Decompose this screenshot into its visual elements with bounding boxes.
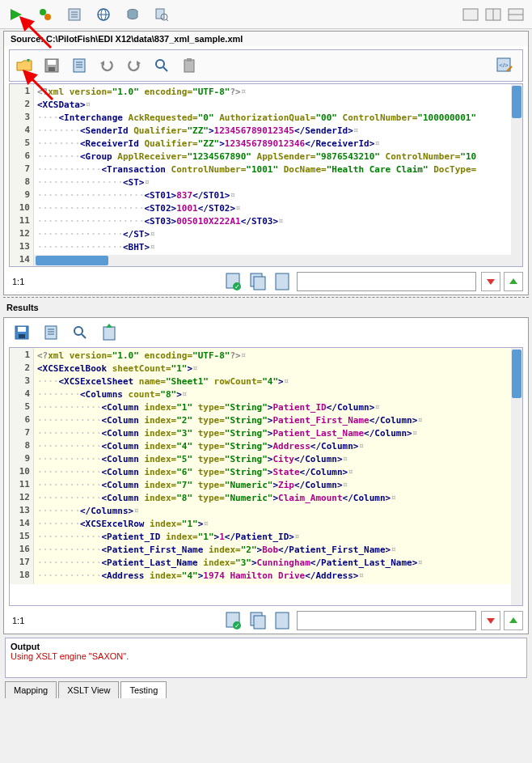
output-panel: Output Using XSLT engine "SAXON". (5, 638, 527, 678)
svg-rect-36 (187, 58, 192, 61)
results-title: Results (0, 299, 532, 316)
db-icon[interactable] (123, 5, 142, 24)
bottom-tabs: Mapping XSLT View Testing (0, 681, 532, 698)
source-panel: Source: C:\PilotFish\EDI X12\data\837_xm… (3, 31, 529, 295)
redo-icon[interactable] (125, 56, 144, 75)
svg-rect-63 (254, 616, 265, 629)
results-cursor-pos: 1:1 (9, 616, 219, 625)
source-path: C:\PilotFish\EDI X12\data\837_xml_sample… (46, 34, 243, 44)
preview-icon[interactable] (152, 5, 171, 24)
doc-plain-icon[interactable] (272, 272, 292, 291)
output-title: Output (11, 642, 521, 651)
svg-rect-26 (49, 67, 55, 71)
layout-split-h-icon[interactable] (483, 5, 503, 24)
clipboard-icon[interactable] (179, 56, 199, 75)
results-doc-plain-icon[interactable] (272, 611, 292, 630)
source-editor-toolbar: </> (9, 49, 523, 82)
results-scrollbar-v[interactable] (511, 348, 522, 605)
output-text: Using XSLT engine "SAXON". (11, 651, 521, 661)
svg-line-56 (82, 334, 86, 338)
svg-marker-0 (11, 9, 22, 20)
results-panel: 123456789101112131415161718 <?xml versio… (3, 317, 529, 634)
results-search-icon[interactable] (70, 323, 90, 342)
search-icon[interactable] (152, 56, 171, 75)
validate-ok-icon[interactable]: ✓ (224, 272, 243, 291)
svg-point-33 (156, 60, 164, 68)
nav-down-icon[interactable] (481, 272, 500, 291)
svg-marker-47 (509, 278, 517, 284)
source-title: Source: C:\PilotFish\EDI X12\data\837_xm… (4, 32, 528, 46)
notes-icon[interactable] (65, 5, 84, 24)
svg-rect-25 (48, 60, 56, 65)
source-label: Source: (11, 34, 46, 44)
results-nav-down-icon[interactable] (481, 611, 500, 630)
save-icon[interactable] (42, 56, 61, 75)
source-scrollbar-v[interactable] (511, 84, 522, 266)
results-status-row: 1:1 ✓ (4, 608, 528, 634)
svg-rect-45 (276, 273, 289, 290)
globe-icon[interactable] (94, 5, 113, 24)
results-code-viewer[interactable]: 123456789101112131415161718 <?xml versio… (9, 347, 523, 606)
svg-marker-58 (106, 324, 112, 328)
tab-xslt-view[interactable]: XSLT View (58, 681, 119, 698)
results-doc-icon[interactable] (41, 323, 61, 342)
svg-rect-27 (74, 59, 85, 72)
svg-marker-46 (487, 279, 495, 285)
layout-split-v-icon[interactable] (506, 5, 526, 24)
svg-point-2 (44, 14, 51, 20)
results-save-icon[interactable] (12, 323, 32, 342)
svg-point-55 (74, 327, 82, 335)
main-toolbar (0, 0, 532, 29)
svg-text:✓: ✓ (234, 283, 240, 290)
edit-xml-icon[interactable]: </> (495, 56, 514, 75)
svg-marker-65 (487, 618, 495, 624)
svg-rect-14 (463, 9, 478, 20)
svg-point-1 (40, 9, 46, 15)
svg-rect-57 (103, 327, 115, 340)
svg-rect-44 (254, 277, 265, 290)
gears-icon[interactable] (36, 5, 55, 24)
svg-text:</>: </> (499, 61, 509, 69)
svg-rect-64 (276, 613, 289, 629)
svg-line-13 (167, 19, 168, 21)
source-code-editor[interactable]: 1234567891011121314 <?xml version="1.0" … (9, 83, 523, 267)
nav-up-icon[interactable] (504, 272, 523, 291)
results-search-input[interactable] (297, 611, 476, 630)
svg-rect-49 (18, 327, 26, 332)
results-validate-ok-icon[interactable]: ✓ (224, 611, 243, 630)
undo-icon[interactable] (97, 56, 116, 75)
svg-line-34 (163, 67, 167, 71)
tab-mapping[interactable]: Mapping (5, 681, 57, 698)
source-status-row: 1:1 ✓ (4, 269, 528, 295)
results-export-icon[interactable] (99, 323, 119, 342)
doc-copy-icon[interactable] (248, 272, 268, 291)
run-button[interactable] (6, 5, 26, 24)
results-doc-copy-icon[interactable] (248, 611, 268, 630)
svg-rect-35 (184, 60, 194, 72)
source-cursor-pos: 1:1 (9, 277, 219, 286)
svg-rect-50 (19, 334, 25, 338)
open-file-icon[interactable] (15, 56, 34, 75)
layout-single-icon[interactable] (461, 5, 480, 24)
source-search-input[interactable] (297, 272, 476, 291)
results-nav-up-icon[interactable] (504, 611, 523, 630)
svg-rect-51 (45, 326, 57, 339)
source-scrollbar-h[interactable] (34, 255, 511, 266)
panel-separator[interactable] (3, 297, 529, 298)
document-icon[interactable] (70, 56, 89, 75)
svg-marker-66 (509, 617, 517, 623)
svg-text:✓: ✓ (234, 622, 240, 629)
tab-testing[interactable]: Testing (120, 681, 167, 698)
results-toolbar (4, 318, 528, 347)
